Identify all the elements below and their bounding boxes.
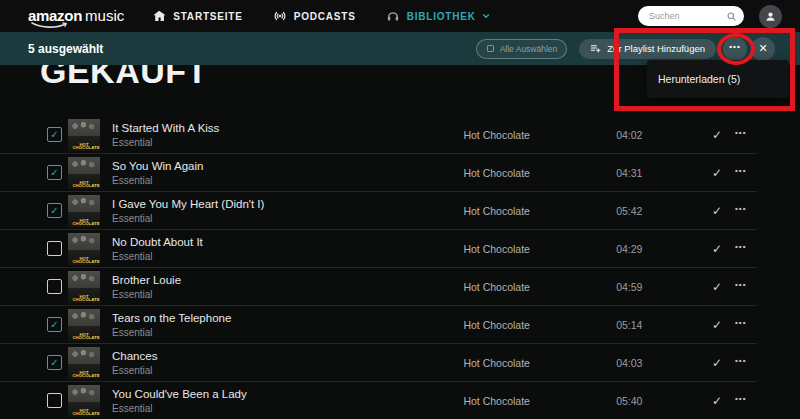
track-title[interactable]: So You Win Again bbox=[112, 160, 463, 172]
track-more-button[interactable]: ••• bbox=[735, 204, 757, 217]
user-avatar-button[interactable] bbox=[759, 5, 782, 28]
album-art: HOTCHOCOLATE bbox=[68, 233, 100, 265]
track-artist[interactable]: Hot Chocolate bbox=[463, 129, 616, 141]
track-artist[interactable]: Hot Chocolate bbox=[463, 167, 616, 179]
track-title[interactable]: You Could've Been a Lady bbox=[112, 388, 463, 400]
album-art: HOTCHOCOLATE bbox=[68, 385, 100, 417]
download-menu-item[interactable]: Herunterladen (5) bbox=[658, 73, 740, 85]
table-row[interactable]: ✓ HOTCHOCOLATE No Doubt About It Essenti… bbox=[0, 230, 757, 268]
album-art-text: HOTCHOCOLATE bbox=[72, 142, 95, 149]
selection-buttons: Alle Auswählen Zur Playlist Hinzufügen •… bbox=[476, 37, 775, 61]
track-more-button[interactable]: ••• bbox=[735, 242, 757, 255]
track-album: Essential bbox=[112, 403, 463, 414]
checkbox-check-icon: ✓ bbox=[50, 358, 58, 368]
checkbox-check-icon: ✓ bbox=[50, 320, 58, 330]
track-more-button[interactable]: ••• bbox=[735, 356, 757, 369]
select-all-button[interactable]: Alle Auswählen bbox=[476, 39, 568, 59]
chevron-down-icon bbox=[481, 11, 491, 21]
album-art-text: HOTCHOCOLATE bbox=[72, 180, 95, 187]
track-album: Essential bbox=[112, 251, 463, 262]
album-art: HOTCHOCOLATE bbox=[68, 119, 100, 151]
album-art-text: HOTCHOCOLATE bbox=[72, 408, 95, 415]
home-icon bbox=[152, 9, 166, 23]
track-title[interactable]: No Doubt About It bbox=[112, 236, 463, 248]
track-checkbox[interactable]: ✓ bbox=[47, 241, 62, 256]
track-duration: 05:42 bbox=[616, 205, 656, 217]
table-row[interactable]: ✓ HOTCHOCOLATE I Gave You My Heart (Didn… bbox=[0, 192, 757, 230]
track-title[interactable]: Brother Louie bbox=[112, 274, 463, 286]
album-art: HOTCHOCOLATE bbox=[68, 309, 100, 341]
table-row[interactable]: ✓ HOTCHOCOLATE You Could've Been a Lady … bbox=[0, 382, 757, 419]
track-meta: So You Win Again Essential bbox=[112, 160, 463, 186]
album-art: HOTCHOCOLATE bbox=[68, 347, 100, 379]
track-artist[interactable]: Hot Chocolate bbox=[463, 205, 616, 217]
podcast-icon bbox=[273, 9, 287, 23]
album-art: HOTCHOCOLATE bbox=[68, 271, 100, 303]
track-meta: Brother Louie Essential bbox=[112, 274, 463, 300]
track-more-button[interactable]: ••• bbox=[735, 394, 757, 407]
track-list: ✓ HOTCHOCOLATE It Started With A Kiss Es… bbox=[0, 116, 800, 419]
track-checkbox[interactable]: ✓ bbox=[47, 165, 62, 180]
track-checkbox[interactable]: ✓ bbox=[47, 317, 62, 332]
track-duration: 04:59 bbox=[616, 281, 656, 293]
track-meta: I Gave You My Heart (Didn't I) Essential bbox=[112, 198, 463, 224]
nav-item-podcasts[interactable]: PODCASTS bbox=[273, 9, 356, 23]
close-selection-button[interactable]: ✕ bbox=[751, 37, 775, 61]
checkbox-check-icon: ✓ bbox=[50, 206, 58, 216]
track-more-button[interactable]: ••• bbox=[735, 166, 757, 179]
track-checkbox[interactable]: ✓ bbox=[47, 279, 62, 294]
table-row[interactable]: ✓ HOTCHOCOLATE Chances Essential Hot Cho… bbox=[0, 344, 757, 382]
track-title[interactable]: Tears on the Telephone bbox=[112, 312, 463, 324]
select-all-label: Alle Auswählen bbox=[500, 44, 558, 54]
track-checkbox[interactable]: ✓ bbox=[47, 127, 62, 142]
logo-music-text: music bbox=[85, 7, 124, 24]
nav-item-startseite[interactable]: STARTSEITE bbox=[152, 9, 242, 23]
track-artist[interactable]: Hot Chocolate bbox=[463, 243, 616, 255]
track-album: Essential bbox=[112, 289, 463, 300]
checkbox-check-icon: ✓ bbox=[50, 168, 58, 178]
downloaded-check-icon: ✓ bbox=[709, 166, 725, 180]
person-icon bbox=[764, 10, 777, 23]
table-row[interactable]: ✓ HOTCHOCOLATE So You Win Again Essentia… bbox=[0, 154, 757, 192]
amazon-music-logo[interactable]: amazon music bbox=[28, 7, 124, 26]
track-artist[interactable]: Hot Chocolate bbox=[463, 357, 616, 369]
search-icon[interactable] bbox=[726, 11, 737, 22]
table-row[interactable]: ✓ HOTCHOCOLATE Tears on the Telephone Es… bbox=[0, 306, 757, 344]
track-title[interactable]: It Started With A Kiss bbox=[112, 122, 463, 134]
track-title[interactable]: Chances bbox=[112, 350, 463, 362]
track-meta: Chances Essential bbox=[112, 350, 463, 376]
selection-count: 5 ausgewählt bbox=[28, 42, 103, 56]
track-artist[interactable]: Hot Chocolate bbox=[463, 319, 616, 331]
track-duration: 04:02 bbox=[616, 129, 656, 141]
track-more-button[interactable]: ••• bbox=[735, 280, 757, 293]
nav-item-bibliothek[interactable]: BIBLIOTHEK bbox=[386, 9, 491, 23]
search-input[interactable] bbox=[649, 11, 719, 21]
track-meta: It Started With A Kiss Essential bbox=[112, 122, 463, 148]
track-duration: 04:03 bbox=[616, 357, 656, 369]
track-title[interactable]: I Gave You My Heart (Didn't I) bbox=[112, 198, 463, 210]
album-art: HOTCHOCOLATE bbox=[68, 157, 100, 189]
track-meta: No Doubt About It Essential bbox=[112, 236, 463, 262]
checkbox-check-icon: ✓ bbox=[50, 130, 58, 140]
nav-item-label: BIBLIOTHEK bbox=[407, 11, 476, 22]
table-row[interactable]: ✓ HOTCHOCOLATE It Started With A Kiss Es… bbox=[0, 116, 757, 154]
downloaded-check-icon: ✓ bbox=[709, 128, 725, 142]
track-checkbox[interactable]: ✓ bbox=[47, 393, 62, 408]
table-row[interactable]: ✓ HOTCHOCOLATE Brother Louie Essential H… bbox=[0, 268, 757, 306]
album-art-text: HOTCHOCOLATE bbox=[72, 218, 95, 225]
nav-item-label: STARTSEITE bbox=[173, 11, 242, 22]
track-meta: You Could've Been a Lady Essential bbox=[112, 388, 463, 414]
track-more-button[interactable]: ••• bbox=[735, 318, 757, 331]
nav-item-label: PODCASTS bbox=[294, 11, 356, 22]
track-checkbox[interactable]: ✓ bbox=[47, 355, 62, 370]
add-to-playlist-button[interactable]: Zur Playlist Hinzufügen bbox=[579, 39, 716, 59]
downloaded-check-icon: ✓ bbox=[709, 242, 725, 256]
track-artist[interactable]: Hot Chocolate bbox=[463, 281, 616, 293]
more-options-button[interactable]: ••• bbox=[723, 37, 747, 61]
track-more-button[interactable]: ••• bbox=[735, 128, 757, 141]
track-checkbox[interactable]: ✓ bbox=[47, 203, 62, 218]
search-box[interactable] bbox=[638, 6, 744, 26]
amazon-smile-icon bbox=[29, 21, 71, 29]
track-artist[interactable]: Hot Chocolate bbox=[463, 395, 616, 407]
track-duration: 04:29 bbox=[616, 243, 656, 255]
